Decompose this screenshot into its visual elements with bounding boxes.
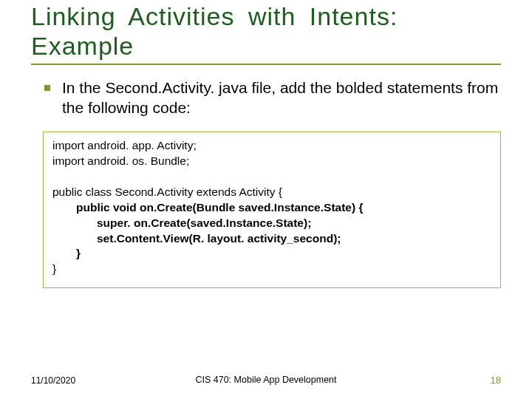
code-line: } [52,246,491,262]
slide-title: Linking Activities with Intents: Example [31,0,501,61]
code-line: set.Content.View(R. layout. activity_sec… [52,231,491,247]
list-item: In the Second.Activity. java file, add t… [44,78,501,118]
body-list: In the Second.Activity. java file, add t… [44,78,501,118]
code-line: super. on.Create(saved.Instance.State); [52,216,491,231]
square-bullet-icon [44,85,50,91]
code-line: import android. os. Bundle; [52,154,491,169]
title-divider: Linking Activities with Intents: Example [31,0,501,65]
footer: 11/10/2020 CIS 470: Mobile App Developme… [31,375,501,386]
code-line: public void on.Create(Bundle saved.Insta… [52,200,491,216]
footer-course: CIS 470: Mobile App Development [31,375,501,385]
code-block: import android. app. Activity; import an… [43,132,501,288]
code-line [52,169,491,185]
slide: Linking Activities with Intents: Example… [0,0,532,399]
code-line: public class Second.Activity extends Act… [52,185,491,200]
code-line: } [52,262,491,277]
code-line: import android. app. Activity; [52,138,491,154]
body-text: In the Second.Activity. java file, add t… [62,78,501,118]
